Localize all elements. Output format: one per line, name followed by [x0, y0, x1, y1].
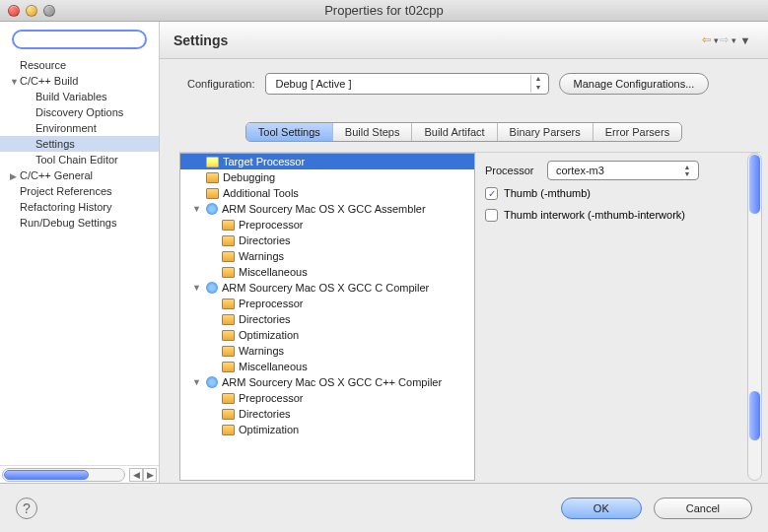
tree-node-additional-tools[interactable]: ▶Additional Tools [180, 185, 474, 201]
nav-item-tool-chain-editor[interactable]: ▶Tool Chain Editor [0, 152, 159, 167]
properties-pane: Processor cortex-m3 ▲▼ ✓ Thumb (-mthumb)… [475, 153, 760, 481]
tree-node-directories[interactable]: ▶Directories [180, 311, 474, 327]
tree-node-label: ARM Sourcery Mac OS X GCC Assembler [222, 203, 426, 215]
hscroll-track[interactable] [2, 468, 125, 482]
tree-node-label: Additional Tools [223, 187, 299, 199]
tree-node-label: ARM Sourcery Mac OS X GCC C++ Compiler [222, 376, 442, 388]
menu-dropdown-icon[interactable]: ▼ [736, 32, 754, 49]
nav-item-label: Settings [35, 138, 75, 150]
help-icon[interactable]: ? [16, 498, 37, 519]
window-title: Properties for t02cpp [0, 3, 768, 18]
folder-icon [206, 188, 219, 199]
tree-arrow-icon: ▼ [192, 377, 202, 387]
folder-icon [222, 346, 235, 357]
tab-build-steps[interactable]: Build Steps [333, 123, 413, 141]
forward-icon[interactable]: ⇨▾ [719, 32, 736, 49]
cancel-button[interactable]: Cancel [654, 498, 752, 519]
nav-item-resource[interactable]: ▶Resource [0, 57, 159, 73]
tree-node-label: Preprocessor [239, 392, 303, 404]
tree-node-label: Optimization [239, 424, 299, 435]
folder-icon [222, 314, 235, 325]
folder-icon [222, 330, 235, 341]
nav-item-environment[interactable]: ▶Environment [0, 120, 159, 136]
folder-icon [222, 393, 235, 404]
disclosure-icon: ▼ [10, 77, 20, 87]
folder-icon [222, 220, 235, 231]
tab-tool-settings[interactable]: Tool Settings [246, 123, 333, 141]
nav-tree: ▶Resource▼C/C++ Build▶Build Variables▶Di… [0, 55, 159, 465]
tree-node-preprocessor[interactable]: ▶Preprocessor [180, 390, 474, 406]
nav-item-run-debug-settings[interactable]: ▶Run/Debug Settings [0, 215, 159, 231]
gear-icon [206, 282, 218, 294]
tree-node-preprocessor[interactable]: ▶Preprocessor [180, 296, 474, 311]
tree-node-label: Miscellaneous [239, 266, 308, 278]
tree-node-target-processor[interactable]: ▶Target Processor [180, 154, 474, 169]
nav-item-label: Refactoring History [20, 201, 112, 213]
configuration-combo[interactable]: Debug [ Active ] ▲▼ [265, 73, 549, 95]
tree-node-directories[interactable]: ▶Directories [180, 233, 474, 248]
nav-item-label: Resource [20, 59, 66, 71]
tree-arrow-icon: ▼ [192, 283, 202, 293]
hscroll-left-icon[interactable]: ◀ [129, 468, 143, 482]
tree-node-preprocessor[interactable]: ▶Preprocessor [180, 217, 474, 233]
hscroll-right-icon[interactable]: ▶ [143, 468, 157, 482]
tree-node-miscellaneous[interactable]: ▶Miscellaneous [180, 264, 474, 280]
folder-icon [222, 362, 235, 372]
nav-item-project-references[interactable]: ▶Project References [0, 183, 159, 199]
tab-binary-parsers[interactable]: Binary Parsers [498, 123, 593, 141]
nav-item-label: C/C++ Build [20, 75, 78, 87]
nav-item-c-c-general[interactable]: ▶C/C++ General [0, 167, 159, 183]
processor-select[interactable]: cortex-m3 ▲▼ [547, 161, 699, 180]
thumb-checkbox[interactable]: ✓ [485, 187, 498, 200]
tab-error-parsers[interactable]: Error Parsers [593, 123, 681, 141]
nav-item-label: Discovery Options [35, 106, 123, 118]
tree-node-debugging[interactable]: ▶Debugging [180, 169, 474, 185]
thumb-interwork-checkbox[interactable] [485, 209, 498, 222]
tree-node-label: Directories [239, 408, 291, 420]
nav-item-label: Tool Chain Editor [35, 154, 118, 166]
gear-icon [206, 203, 218, 215]
thumb-label: Thumb (-mthumb) [504, 187, 591, 199]
tree-node-optimization[interactable]: ▶Optimization [180, 422, 474, 437]
tab-build-artifact[interactable]: Build Artifact [412, 123, 497, 141]
nav-item-settings[interactable]: ▶Settings [0, 136, 159, 152]
configuration-value: Debug [ Active ] [276, 78, 530, 90]
nav-item-label: C/C++ General [20, 169, 93, 181]
tree-node-label: Debugging [223, 171, 275, 183]
folder-icon [222, 235, 235, 246]
tree-node-warnings[interactable]: ▶Warnings [180, 248, 474, 264]
select-stepper-icon[interactable]: ▲▼ [680, 164, 694, 177]
back-icon[interactable]: ⇦▾ [701, 32, 719, 49]
folder-icon [222, 267, 235, 278]
tree-node-label: Preprocessor [239, 298, 303, 309]
hscroll-thumb[interactable] [4, 470, 89, 480]
vscroll-thumb-top[interactable] [749, 155, 760, 214]
manage-configurations-button[interactable]: Manage Configurations... [559, 73, 710, 95]
tree-node-label: Target Processor [223, 156, 305, 167]
tree-node-label: Warnings [239, 345, 284, 357]
tree-node-miscellaneous[interactable]: ▶Miscellaneous [180, 359, 474, 374]
tree-node-arm-sourcery-mac-os-x-gcc-c-compiler[interactable]: ▼ARM Sourcery Mac OS X GCC C Compiler [180, 280, 474, 296]
tree-node-label: Miscellaneous [239, 361, 308, 372]
tree-node-arm-sourcery-mac-os-x-gcc-c-compiler[interactable]: ▼ARM Sourcery Mac OS X GCC C++ Compiler [180, 374, 474, 390]
vscroll-thumb-bottom[interactable] [749, 391, 760, 440]
nav-item-label: Project References [20, 185, 112, 197]
nav-item-build-variables[interactable]: ▶Build Variables [0, 89, 159, 104]
tool-settings-tree[interactable]: ▶Target Processor▶Debugging▶Additional T… [179, 153, 475, 481]
titlebar: Properties for t02cpp [0, 0, 768, 22]
nav-item-discovery-options[interactable]: ▶Discovery Options [0, 104, 159, 120]
content-vscroll[interactable] [747, 153, 762, 481]
ok-button[interactable]: OK [561, 498, 642, 519]
tree-node-arm-sourcery-mac-os-x-gcc-assembler[interactable]: ▼ARM Sourcery Mac OS X GCC Assembler [180, 201, 474, 217]
tree-node-optimization[interactable]: ▶Optimization [180, 327, 474, 343]
folder-icon [206, 157, 219, 167]
tree-node-warnings[interactable]: ▶Warnings [180, 343, 474, 359]
nav-item-c-c-build[interactable]: ▼C/C++ Build [0, 73, 159, 89]
folder-icon [206, 172, 219, 183]
filter-input[interactable] [12, 30, 147, 49]
tree-node-directories[interactable]: ▶Directories [180, 406, 474, 422]
folder-icon [222, 251, 235, 262]
nav-item-refactoring-history[interactable]: ▶Refactoring History [0, 199, 159, 215]
tab-bar: Tool SettingsBuild StepsBuild ArtifactBi… [245, 122, 682, 142]
combo-stepper-icon[interactable]: ▲▼ [530, 75, 546, 93]
